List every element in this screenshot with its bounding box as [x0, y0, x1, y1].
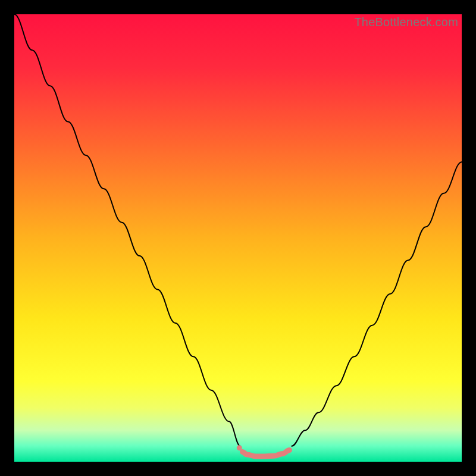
bottleneck-curve-chart	[14, 14, 462, 462]
gradient-background	[14, 14, 462, 462]
trough-start-dot	[237, 445, 242, 450]
watermark-text: TheBottleneck.com	[354, 15, 458, 29]
marker-layer	[237, 445, 242, 450]
chart-frame: TheBottleneck.com	[14, 14, 462, 462]
